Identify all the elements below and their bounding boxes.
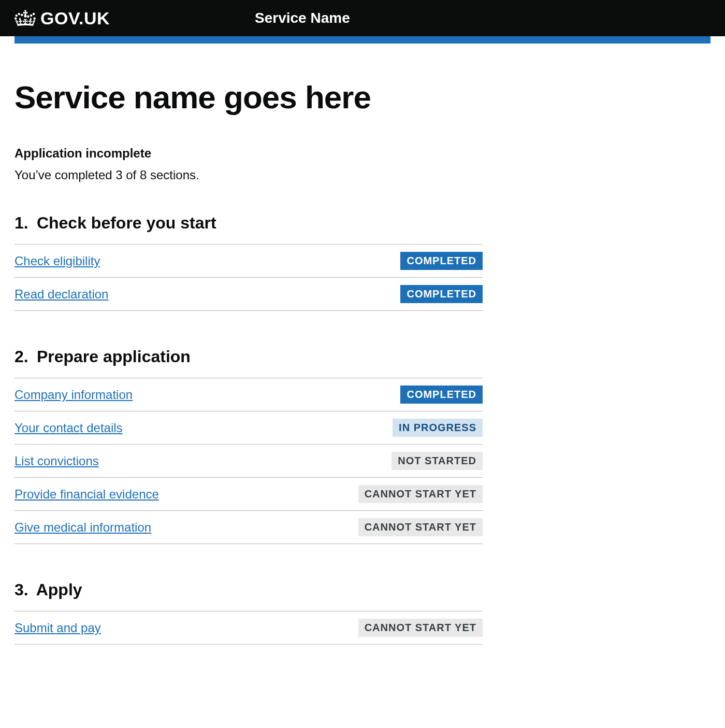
section-number: 3. (15, 580, 32, 599)
task-row: Company information COMPLETED (15, 378, 483, 411)
section-check-before-you-start: 1. Check before you start Check eligibil… (15, 213, 483, 311)
section-title: Check before you start (37, 213, 216, 232)
application-status-text: You’ve completed 3 of 8 sections. (15, 168, 483, 182)
application-status-heading: Application incomplete (15, 146, 483, 161)
status-tag: COMPLETED (400, 285, 483, 303)
status-tag: NOT STARTED (392, 452, 483, 470)
task-link-check-eligibility[interactable]: Check eligibility (15, 254, 100, 268)
status-tag: CANNOT START YET (358, 518, 483, 536)
task-row: Submit and pay CANNOT START YET (15, 611, 483, 645)
task-link-provide-financial-evidence[interactable]: Provide financial evidence (15, 487, 159, 502)
task-row: Read declaration COMPLETED (15, 278, 483, 311)
header-divider-bar (15, 36, 711, 44)
section-apply: 3. Apply Submit and pay CANNOT START YET (15, 580, 483, 645)
task-row: Your contact details IN PROGRESS (15, 411, 483, 445)
section-number: 2. (15, 347, 32, 366)
status-tag: COMPLETED (400, 386, 483, 404)
section-number: 1. (15, 213, 32, 233)
section-heading: 3. Apply (15, 580, 483, 599)
status-tag: CANNOT START YET (358, 485, 483, 503)
status-tag: CANNOT START YET (358, 619, 483, 637)
task-row: List convictions NOT STARTED (15, 445, 483, 478)
section-title: Prepare application (37, 347, 191, 366)
section-heading: 1. Check before you start (15, 213, 483, 233)
task-link-your-contact-details[interactable]: Your contact details (15, 421, 123, 435)
govuk-home-link[interactable]: GOV.UK (15, 8, 110, 28)
govuk-logo-text: GOV.UK (40, 8, 110, 28)
status-tag: IN PROGRESS (393, 419, 483, 437)
section-title: Apply (36, 580, 82, 599)
task-link-company-information[interactable]: Company information (15, 388, 133, 402)
service-name-link[interactable]: Service Name (255, 10, 350, 26)
section-heading: 2. Prepare application (15, 347, 483, 366)
section-prepare-application: 2. Prepare application Company informati… (15, 347, 483, 544)
task-link-read-declaration[interactable]: Read declaration (15, 287, 108, 302)
task-link-give-medical-information[interactable]: Give medical information (15, 520, 151, 535)
page-title: Service name goes here (15, 80, 483, 115)
task-row: Give medical information CANNOT START YE… (15, 511, 483, 544)
task-row: Check eligibility COMPLETED (15, 245, 483, 278)
crown-icon (15, 10, 36, 26)
status-tag: COMPLETED (400, 252, 483, 270)
site-header: GOV.UK Service Name (0, 0, 725, 36)
task-link-submit-and-pay[interactable]: Submit and pay (15, 621, 101, 635)
task-row: Provide financial evidence CANNOT START … (15, 478, 483, 511)
main-content: Service name goes here Application incom… (0, 44, 497, 712)
task-link-list-convictions[interactable]: List convictions (15, 454, 99, 468)
